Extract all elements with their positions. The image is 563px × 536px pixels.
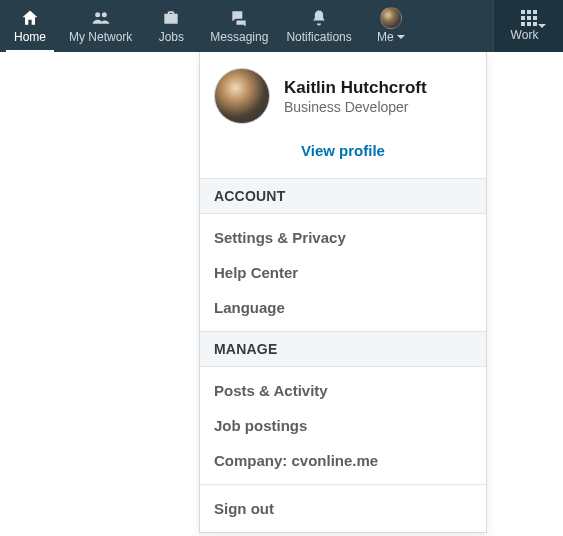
profile-role: Business Developer (284, 99, 427, 115)
manage-menu: Posts & Activity Job postings Company: c… (200, 367, 486, 484)
menu-company[interactable]: Company: cvonline.me (200, 443, 486, 478)
apps-grid-icon (521, 10, 537, 26)
signout-section: Sign out (200, 484, 486, 532)
profile-name: Kaitlin Hutchcroft (284, 78, 427, 98)
nav-messaging-label: Messaging (210, 30, 268, 44)
account-menu: Settings & Privacy Help Center Language (200, 214, 486, 331)
nav-home[interactable]: Home (0, 0, 60, 52)
nav-jobs-label: Jobs (159, 30, 184, 44)
home-icon (20, 8, 40, 28)
chevron-down-icon (397, 35, 405, 39)
profile-avatar (214, 68, 270, 124)
nav-me[interactable]: Me (361, 0, 421, 52)
people-icon (90, 8, 112, 28)
briefcase-icon (161, 8, 181, 28)
nav-notifications-label: Notifications (286, 30, 351, 44)
profile-text: Kaitlin Hutchcroft Business Developer (284, 78, 427, 115)
menu-language[interactable]: Language (200, 290, 486, 325)
nav-home-label: Home (14, 30, 46, 44)
nav-work-label: Work (511, 28, 539, 42)
manage-header: MANAGE (200, 331, 486, 367)
messaging-icon (229, 8, 249, 28)
view-profile-link[interactable]: View profile (301, 142, 385, 159)
bell-icon (309, 8, 329, 28)
chevron-down-icon (538, 24, 546, 42)
menu-sign-out[interactable]: Sign out (200, 491, 486, 526)
profile-block[interactable]: Kaitlin Hutchcroft Business Developer (200, 52, 486, 130)
me-dropdown: Kaitlin Hutchcroft Business Developer Vi… (199, 52, 487, 533)
menu-help-center[interactable]: Help Center (200, 255, 486, 290)
nav-jobs[interactable]: Jobs (141, 0, 201, 52)
avatar-icon (380, 8, 402, 28)
top-nav: Home My Network Jobs Messaging Notificat (0, 0, 563, 52)
nav-network[interactable]: My Network (60, 0, 141, 52)
view-profile-row: View profile (200, 130, 486, 178)
nav-me-label: Me (377, 30, 394, 44)
nav-main: Home My Network Jobs Messaging Notificat (0, 0, 493, 52)
account-header: ACCOUNT (200, 178, 486, 214)
menu-posts-activity[interactable]: Posts & Activity (200, 373, 486, 408)
nav-messaging[interactable]: Messaging (201, 0, 277, 52)
menu-job-postings[interactable]: Job postings (200, 408, 486, 443)
nav-notifications[interactable]: Notifications (277, 0, 360, 52)
nav-network-label: My Network (69, 30, 132, 44)
menu-settings-privacy[interactable]: Settings & Privacy (200, 220, 486, 255)
nav-work[interactable]: Work (493, 0, 563, 52)
